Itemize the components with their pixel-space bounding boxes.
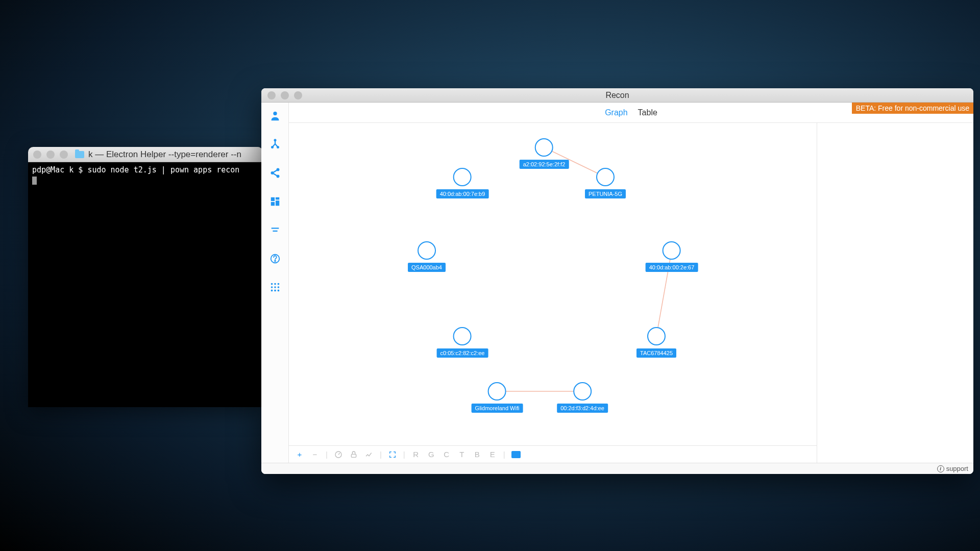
beta-banner: BETA: Free for non-commercial use bbox=[852, 103, 973, 114]
node-label: 40:0d:ab:00:7e:b9 bbox=[436, 189, 489, 198]
svg-point-14 bbox=[274, 283, 276, 285]
terminal-body[interactable]: pdp@Mac k $ sudo node t2.js | pown apps … bbox=[28, 162, 263, 188]
terminal-window: k — Electron Helper --type=renderer --n … bbox=[28, 147, 263, 407]
filter-icon[interactable] bbox=[269, 224, 281, 236]
layout-t[interactable]: T bbox=[457, 450, 467, 459]
gauge-icon[interactable] bbox=[334, 450, 343, 459]
maximize-button[interactable] bbox=[60, 151, 68, 159]
tab-graph[interactable]: Graph bbox=[605, 108, 627, 117]
svg-rect-10 bbox=[271, 202, 274, 206]
add-button[interactable]: + bbox=[295, 450, 304, 459]
grid-icon[interactable] bbox=[269, 195, 281, 208]
recon-body: Graph Table a2:02:92:5e:2f:f240:0d:ab:00… bbox=[261, 103, 973, 463]
toolbar-separator: | bbox=[380, 450, 382, 459]
graph-node[interactable]: TAC6784425 bbox=[636, 327, 676, 358]
node-circle-icon bbox=[647, 327, 666, 345]
svg-point-1 bbox=[274, 139, 276, 141]
svg-rect-7 bbox=[271, 197, 274, 201]
lock-icon[interactable] bbox=[349, 450, 358, 459]
branch-icon[interactable] bbox=[269, 138, 281, 151]
graph-node[interactable]: c0:05:c2:82:c2:ee bbox=[437, 327, 488, 358]
terminal-cursor bbox=[32, 177, 37, 185]
svg-point-17 bbox=[274, 286, 276, 288]
tab-table[interactable]: Table bbox=[638, 108, 657, 117]
fullscreen-icon[interactable] bbox=[388, 450, 397, 459]
minimize-button[interactable] bbox=[281, 91, 289, 99]
svg-point-12 bbox=[275, 261, 276, 262]
graph-canvas-wrap: a2:02:92:5e:2f:f240:0d:ab:00:7e:b9PETUNI… bbox=[289, 123, 817, 463]
node-circle-icon bbox=[535, 138, 553, 157]
node-circle-icon bbox=[453, 168, 472, 186]
support-label: support bbox=[946, 465, 968, 472]
svg-point-0 bbox=[273, 112, 277, 115]
svg-rect-9 bbox=[275, 201, 279, 206]
node-circle-icon bbox=[663, 241, 681, 260]
details-panel bbox=[817, 123, 973, 463]
recon-window: Recon BETA: Free for non-commercial use bbox=[261, 88, 973, 474]
sidebar bbox=[261, 103, 289, 463]
layout-g[interactable]: G bbox=[427, 450, 436, 459]
node-label: 00:2d:f3:d2:4d:ee bbox=[557, 404, 608, 413]
info-icon: i bbox=[937, 465, 944, 472]
graph-node[interactable]: 40:0d:ab:00:7e:b9 bbox=[436, 168, 489, 198]
graph-node[interactable]: Glidmoreland Wifi bbox=[472, 382, 523, 413]
svg-point-19 bbox=[271, 290, 273, 292]
svg-rect-26 bbox=[351, 454, 356, 457]
graph-canvas[interactable]: a2:02:92:5e:2f:f240:0d:ab:00:7e:b9PETUNI… bbox=[289, 123, 817, 463]
terminal-titlebar: k — Electron Helper --type=renderer --n bbox=[28, 147, 263, 162]
graph-toolbar: + − | | bbox=[289, 445, 817, 463]
image-icon[interactable] bbox=[511, 451, 521, 458]
graph-node[interactable]: 40:0d:ab:00:2e:67 bbox=[646, 241, 698, 272]
svg-point-21 bbox=[277, 290, 279, 292]
terminal-command: sudo node t2.js | pown apps recon bbox=[87, 165, 239, 174]
svg-rect-8 bbox=[275, 197, 279, 200]
node-circle-icon bbox=[573, 382, 592, 400]
svg-point-2 bbox=[272, 146, 273, 148]
svg-point-18 bbox=[277, 286, 279, 288]
toolbar-separator: | bbox=[403, 450, 405, 459]
recon-titlebar: Recon bbox=[261, 88, 973, 103]
close-button[interactable] bbox=[267, 91, 276, 99]
node-label: a2:02:92:5e:2f:f2 bbox=[520, 160, 569, 169]
close-button[interactable] bbox=[33, 151, 41, 159]
maximize-button[interactable] bbox=[294, 91, 302, 99]
main-content: Graph Table a2:02:92:5e:2f:f240:0d:ab:00… bbox=[289, 103, 973, 463]
graph-node[interactable]: 00:2d:f3:d2:4d:ee bbox=[557, 382, 608, 413]
node-circle-icon bbox=[453, 327, 472, 345]
remove-button[interactable]: − bbox=[310, 450, 320, 459]
layout-c[interactable]: C bbox=[442, 450, 451, 459]
toolbar-separator: | bbox=[503, 450, 505, 459]
svg-point-16 bbox=[271, 286, 273, 288]
layout-e[interactable]: E bbox=[488, 450, 497, 459]
svg-point-15 bbox=[277, 283, 279, 285]
svg-point-6 bbox=[277, 176, 279, 178]
node-circle-icon bbox=[418, 241, 436, 260]
apps-grid-icon[interactable] bbox=[269, 281, 281, 293]
node-label: c0:05:c2:82:c2:ee bbox=[437, 348, 488, 358]
share-icon[interactable] bbox=[269, 167, 281, 179]
help-icon[interactable] bbox=[269, 253, 281, 265]
graph-node[interactable]: QSA000ab4 bbox=[408, 241, 446, 272]
terminal-traffic-lights bbox=[33, 151, 68, 159]
node-circle-icon bbox=[488, 382, 506, 400]
graph-node[interactable]: PETUNIA-5G bbox=[585, 168, 626, 198]
graph-node[interactable]: a2:02:92:5e:2f:f2 bbox=[520, 138, 569, 169]
svg-point-3 bbox=[277, 146, 279, 148]
node-label: Glidmoreland Wifi bbox=[472, 404, 523, 413]
node-label: TAC6784425 bbox=[636, 348, 676, 358]
svg-point-13 bbox=[271, 283, 273, 285]
svg-point-5 bbox=[271, 172, 273, 174]
svg-point-20 bbox=[274, 290, 276, 292]
node-label: QSA000ab4 bbox=[408, 263, 446, 272]
person-icon[interactable] bbox=[269, 110, 281, 122]
layout-r[interactable]: R bbox=[411, 450, 421, 459]
support-link[interactable]: i support bbox=[937, 465, 968, 472]
node-label: 40:0d:ab:00:2e:67 bbox=[646, 263, 698, 272]
layout-b[interactable]: B bbox=[473, 450, 482, 459]
recon-title: Recon bbox=[605, 91, 629, 100]
chart-icon[interactable] bbox=[364, 450, 374, 459]
minimize-button[interactable] bbox=[46, 151, 55, 159]
folder-icon bbox=[75, 151, 84, 158]
node-label: PETUNIA-5G bbox=[585, 189, 626, 198]
recon-footer: i support bbox=[261, 463, 973, 474]
